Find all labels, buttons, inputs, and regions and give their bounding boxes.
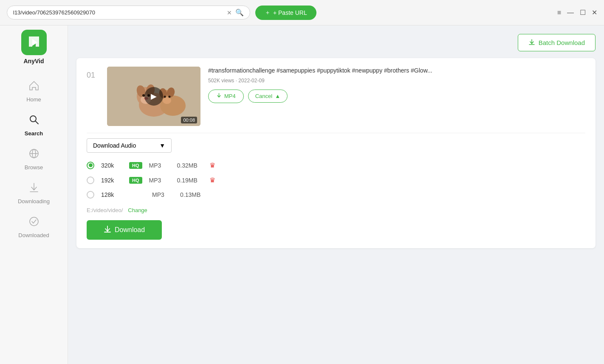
url-text: l13/video/7062539762560929070 xyxy=(13,9,223,16)
download-icon-small xyxy=(216,93,222,100)
downloaded-label: Downloaded xyxy=(18,232,49,238)
menu-button[interactable]: ≡ xyxy=(557,9,561,17)
format-192k: MP3 xyxy=(149,177,170,184)
video-title: #transformationchallenge #samepuppies #p… xyxy=(208,67,585,75)
quality-row-192k: 192k HQ MP3 0.19MB ♛ xyxy=(87,174,585,186)
sidebar: AnyVid Home Search xyxy=(0,25,68,364)
app-name: AnyVid xyxy=(24,58,44,64)
format-128k: MP3 xyxy=(152,191,173,198)
radio-128k[interactable] xyxy=(87,191,94,199)
paste-url-label: + Paste URL xyxy=(273,9,307,16)
batch-download-label: Batch Download xyxy=(539,39,585,46)
cancel-button[interactable]: Cancel ▲ xyxy=(248,90,288,103)
crown-icon-192k: ♛ xyxy=(209,176,215,184)
browse-icon xyxy=(28,148,40,162)
video-meta: 502K views · 2022-02-09 xyxy=(208,78,585,84)
video-actions: MP4 Cancel ▲ xyxy=(208,90,585,103)
paste-url-button[interactable]: ＋ + Paste URL xyxy=(255,6,316,20)
change-path-button[interactable]: Change xyxy=(128,207,147,213)
batch-download-icon xyxy=(528,39,535,47)
download-button[interactable]: Download xyxy=(87,220,162,240)
downloading-label: Downloading xyxy=(18,198,50,204)
download-btn-icon xyxy=(104,225,111,235)
sidebar-item-search[interactable]: Search xyxy=(0,107,68,141)
home-label: Home xyxy=(26,96,41,103)
download-audio-label: Download Audio xyxy=(93,142,136,149)
downloaded-icon xyxy=(28,216,40,230)
logo-wrap: AnyVid xyxy=(21,30,47,64)
radio-192k[interactable] xyxy=(87,176,94,184)
crown-icon-320k: ♛ xyxy=(209,161,215,169)
home-icon xyxy=(28,80,40,95)
download-btn-label: Download xyxy=(115,226,145,234)
download-options: Download Audio ▼ 320k HQ MP3 0.32MB ♛ xyxy=(87,133,585,240)
svg-point-23 xyxy=(164,96,166,98)
hq-badge-320k: HQ xyxy=(129,162,142,169)
search-label: Search xyxy=(25,130,43,137)
paste-url-icon: ＋ xyxy=(265,9,271,17)
content-area: Batch Download 01 xyxy=(68,25,604,364)
video-info: #transformationchallenge #samepuppies #p… xyxy=(208,67,585,103)
logo-icon xyxy=(21,30,47,55)
quality-row-128k: 128k MP3 0.13MB xyxy=(87,189,585,200)
url-input-wrap[interactable]: l13/video/7062539762560929070 ✕ 🔍 xyxy=(7,6,250,20)
size-128k: 0.13MB xyxy=(180,191,206,198)
quality-320k-label: 320k xyxy=(101,162,122,169)
window-controls: ≡ — ☐ ✕ xyxy=(557,8,597,17)
browse-label: Browse xyxy=(25,164,43,171)
save-path-row: E:/video/video/ Change xyxy=(87,207,585,213)
format-320k: MP3 xyxy=(149,162,170,169)
mp4-label: MP4 xyxy=(224,93,236,99)
dropdown-arrow-icon: ▼ xyxy=(159,142,165,149)
download-audio-dropdown[interactable]: Download Audio ▼ xyxy=(87,138,172,153)
quality-128k-label: 128k xyxy=(101,191,122,198)
main-layout: AnyVid Home Search xyxy=(0,25,604,364)
chevron-up-icon: ▲ xyxy=(275,93,280,99)
sidebar-item-browse[interactable]: Browse xyxy=(0,141,68,175)
video-header: 01 xyxy=(87,67,585,126)
sidebar-item-downloading[interactable]: Downloading xyxy=(0,175,68,209)
downloading-icon xyxy=(28,182,40,196)
url-search-icon: 🔍 xyxy=(235,8,244,17)
url-clear-button[interactable]: ✕ xyxy=(227,9,232,16)
maximize-button[interactable]: ☐ xyxy=(580,8,586,17)
video-thumbnail[interactable]: ▶ 00:08 xyxy=(107,67,200,126)
size-192k: 0.19MB xyxy=(177,177,203,184)
size-320k: 0.32MB xyxy=(177,162,203,169)
sidebar-item-downloaded[interactable]: Downloaded xyxy=(0,209,68,243)
batch-bar: Batch Download xyxy=(76,34,596,51)
minimize-button[interactable]: — xyxy=(567,9,574,17)
save-path-text: E:/video/video/ xyxy=(87,207,123,213)
video-number: 01 xyxy=(87,71,99,80)
video-card: 01 xyxy=(76,58,596,248)
quality-row-320k: 320k HQ MP3 0.32MB ♛ xyxy=(87,160,585,171)
play-button[interactable]: ▶ xyxy=(144,87,163,106)
sidebar-item-home[interactable]: Home xyxy=(0,73,68,107)
hq-badge-192k: HQ xyxy=(129,177,142,184)
mp4-button[interactable]: MP4 xyxy=(208,90,244,103)
batch-download-button[interactable]: Batch Download xyxy=(518,34,596,51)
svg-point-22 xyxy=(163,97,171,104)
quality-192k-label: 192k xyxy=(101,177,122,184)
radio-inner-320k xyxy=(89,163,93,167)
search-icon xyxy=(28,114,40,129)
radio-320k[interactable] xyxy=(87,162,94,169)
svg-point-7 xyxy=(30,217,38,226)
title-bar: l13/video/7062539762560929070 ✕ 🔍 ＋ + Pa… xyxy=(0,0,604,25)
svg-point-24 xyxy=(169,96,171,98)
video-duration: 00:08 xyxy=(181,117,197,123)
cancel-label: Cancel xyxy=(255,93,272,99)
close-button[interactable]: ✕ xyxy=(592,8,597,17)
svg-line-2 xyxy=(35,121,38,124)
logo-svg xyxy=(26,35,42,50)
quality-rows: 320k HQ MP3 0.32MB ♛ 192k HQ MP3 0.19MB … xyxy=(87,160,585,200)
